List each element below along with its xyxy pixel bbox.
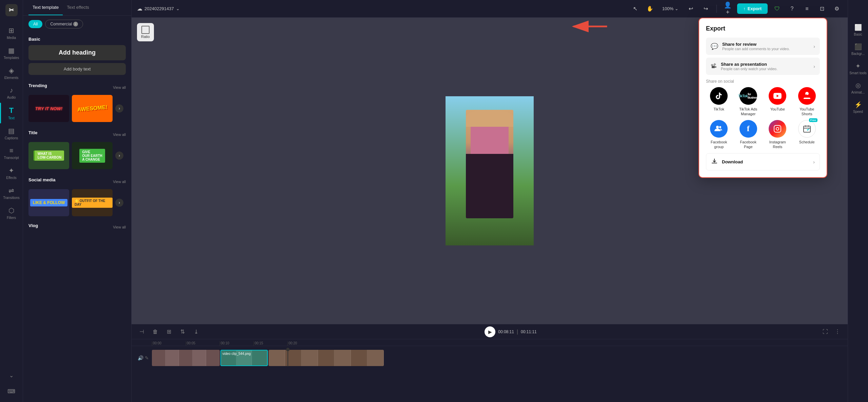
social-media-view-all[interactable]: View all [113, 180, 126, 184]
help-btn[interactable]: ? [787, 3, 797, 14]
frame-5 [206, 350, 220, 366]
download-option[interactable]: Download › [706, 153, 820, 170]
sidebar-item-media[interactable]: ⊞ Media [0, 23, 23, 43]
trending-card-1[interactable]: TRY IT NOW! [28, 95, 69, 122]
sidebar-item-templates[interactable]: ▦ Templates [0, 43, 23, 63]
zoom-control[interactable]: 100% ⌄ [659, 5, 681, 13]
chevron-down-btn[interactable]: ⌄ [0, 369, 23, 382]
social-youtube-shorts[interactable]: YouTube Shorts [794, 87, 820, 117]
media-icon: ⊞ [8, 26, 14, 35]
yt-shorts-icon [798, 87, 816, 105]
flip-tool-btn[interactable]: ⇅ [178, 327, 187, 337]
right-panel-animate[interactable]: ◎ Animat... [848, 78, 868, 98]
social-facebook-group[interactable]: Facebook group [706, 120, 732, 149]
commercial-info-icon: i [73, 22, 78, 26]
social-card-2[interactable]: ⭐ OUTFIT OF THE DAY [72, 189, 113, 216]
clip-1[interactable] [152, 350, 220, 366]
svg-rect-6 [712, 163, 717, 163]
text-icon: T [9, 106, 14, 115]
sidebar-item-elements[interactable]: ◈ Elements [0, 63, 23, 83]
trending-next-arrow[interactable]: › [115, 104, 123, 113]
trending-view-all[interactable]: View all [113, 85, 126, 89]
sidebar-item-transcript[interactable]: ≡ Transcript [0, 143, 23, 163]
clip-2-label: video clip_544.png [222, 352, 251, 356]
title-view-all[interactable]: View all [113, 133, 126, 137]
svg-point-0 [716, 126, 719, 128]
current-time: 00:08:11 [498, 329, 514, 334]
project-name[interactable]: ☁ 202402291437 ⌄ [137, 5, 180, 12]
chevron-down-icon: ⌄ [9, 372, 14, 379]
right-panel-smart-tools[interactable]: ✦ Smart tools [848, 59, 868, 78]
filter-row: All Commercial i [23, 16, 131, 33]
vlog-view-all[interactable]: View all [113, 225, 126, 229]
app-logo[interactable]: ✂ [5, 4, 18, 16]
filter-all-btn[interactable]: All [28, 20, 42, 28]
upload-icon: ↑ [743, 6, 746, 11]
social-facebook-page[interactable]: f Facebook Page [735, 120, 762, 149]
crop-tool-btn[interactable]: ⊞ [164, 327, 174, 337]
more-icon: ⋮ [835, 328, 840, 335]
trending-section: Trending View all TRY IT NOW! AWESOME! › [23, 79, 131, 126]
export-tool-btn[interactable]: ⤓ [191, 327, 201, 337]
right-panel-background[interactable]: ⬛ Backgr... [848, 40, 868, 59]
social-next-arrow[interactable]: › [115, 199, 123, 207]
social-instagram[interactable]: Instagram Reels [765, 120, 791, 149]
animate-rp-icon: ◎ [855, 82, 861, 89]
sidebar-item-effects[interactable]: ✦ Effects [0, 163, 23, 183]
layout-btn[interactable]: ⊡ [816, 3, 827, 14]
vlog-section: Vlog View all [23, 220, 131, 238]
playhead[interactable] [288, 349, 288, 366]
redo-btn[interactable]: ↪ [700, 3, 711, 14]
sidebar-item-text[interactable]: T Text [0, 103, 23, 123]
more-options-btn[interactable]: ⋮ [833, 327, 842, 337]
keyboard-shortcut-btn[interactable]: ⌨ [0, 385, 23, 398]
text-panel-sidebar: Text template Text effects All Commercia… [23, 0, 132, 402]
flip-icon: ⇅ [180, 328, 185, 335]
gear-btn[interactable]: ⚙ [831, 3, 842, 14]
tab-text-template[interactable]: Text template [28, 0, 63, 15]
sidebar-item-audio[interactable]: ♪ Audio [0, 83, 23, 103]
share-for-review-option[interactable]: 💬 Share for review People can add commen… [706, 38, 820, 55]
right-panel-speed[interactable]: ⚡ Speed [848, 98, 868, 117]
export-button[interactable]: ↑ Export [737, 3, 768, 14]
timeline-ruler: 00:00 00:05 00:10 00:15 00:20 [132, 339, 848, 346]
right-panel-basic[interactable]: ⬜ Basic [848, 20, 868, 40]
pointer-tool-btn[interactable]: ↖ [630, 3, 640, 14]
trim-tool-btn[interactable]: ⊣ [137, 327, 146, 337]
tab-text-effects[interactable]: Text effects [63, 0, 93, 15]
ratio-button[interactable]: Ratio [137, 23, 154, 41]
social-schedule[interactable]: Free Schedule [794, 120, 820, 149]
frame-1 [152, 350, 165, 366]
fullscreen-btn[interactable]: ⛶ [821, 327, 830, 337]
settings-btn[interactable]: ≡ [802, 3, 812, 14]
share-as-presentation-option[interactable]: 📽 Share as presentation People can only … [706, 58, 820, 75]
trending-card-2[interactable]: AWESOME! [72, 95, 113, 122]
sidebar-item-transitions[interactable]: ⇌ Transitions [0, 183, 23, 203]
title-next-arrow[interactable]: › [115, 152, 123, 160]
sidebar-item-filters[interactable]: ⬡ Filters [0, 203, 23, 223]
add-user-btn[interactable]: 👤+ [722, 3, 733, 14]
ruler-mark-2: 00:10 [220, 341, 254, 346]
title-card-2[interactable]: GIVEOUR EARTHA CHANGE [72, 142, 113, 169]
volume-icon[interactable]: 🔊 [138, 355, 143, 361]
filter-commercial-btn[interactable]: Commercial i [45, 20, 83, 28]
shield-btn[interactable]: 🛡 [772, 3, 783, 14]
add-body-button[interactable]: Add body text [28, 63, 126, 75]
sidebar-item-captions[interactable]: ▤ Captions [0, 123, 23, 143]
play-button[interactable]: ▶ [485, 326, 495, 337]
social-tiktok-ads[interactable]: TikTokfor Business TikTok Ads Manager [735, 87, 762, 117]
social-youtube[interactable]: YouTube [765, 87, 791, 117]
pencil-icon[interactable]: ✎ [145, 355, 149, 361]
clip-2-selected[interactable]: video clip_544.png [220, 350, 268, 366]
delete-icon: 🗑 [153, 329, 158, 335]
social-card-1[interactable]: LIKE & FOLLOW [28, 189, 69, 216]
clip-3[interactable] [269, 350, 384, 366]
undo-btn[interactable]: ↩ [685, 3, 696, 14]
delete-tool-btn[interactable]: 🗑 [151, 327, 160, 337]
add-heading-button[interactable]: Add heading [28, 45, 126, 60]
audio-icon: ♪ [10, 86, 13, 94]
title-card-1[interactable]: WHAT ISLOW-CARBON [28, 142, 69, 169]
social-tiktok[interactable]: TikTok [706, 87, 732, 117]
hand-tool-btn[interactable]: ✋ [645, 3, 655, 14]
fb-page-label: Facebook Page [735, 140, 762, 149]
